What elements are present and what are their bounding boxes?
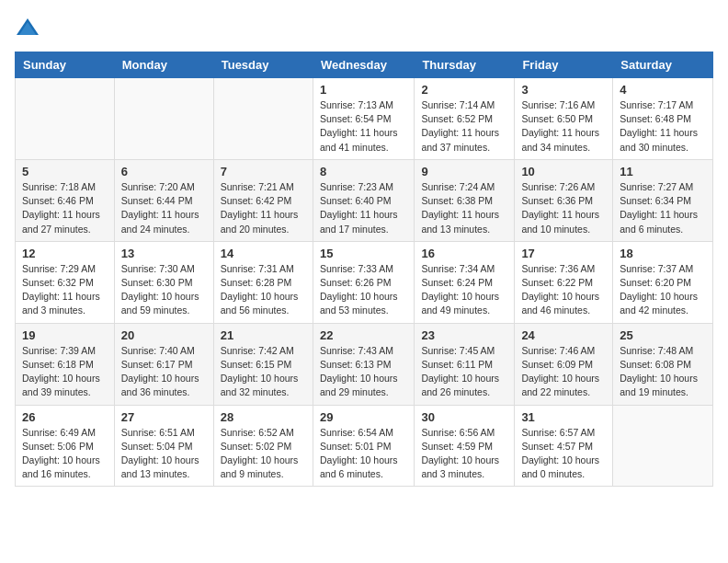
table-row: 13Sunrise: 7:30 AM Sunset: 6:30 PM Dayli… xyxy=(114,241,213,323)
day-info: Sunrise: 7:45 AM Sunset: 6:11 PM Dayligh… xyxy=(421,344,507,400)
day-number: 2 xyxy=(421,83,507,97)
day-info: Sunrise: 7:36 AM Sunset: 6:22 PM Dayligh… xyxy=(521,262,606,318)
logo xyxy=(15,15,44,40)
calendar-week-row: 5Sunrise: 7:18 AM Sunset: 6:46 PM Daylig… xyxy=(16,159,713,241)
table-row: 27Sunrise: 6:51 AM Sunset: 5:04 PM Dayli… xyxy=(114,405,213,487)
day-info: Sunrise: 7:40 AM Sunset: 6:17 PM Dayligh… xyxy=(121,344,207,400)
day-info: Sunrise: 6:54 AM Sunset: 5:01 PM Dayligh… xyxy=(320,426,407,482)
day-info: Sunrise: 7:21 AM Sunset: 6:42 PM Dayligh… xyxy=(221,180,306,236)
table-row: 10Sunrise: 7:26 AM Sunset: 6:36 PM Dayli… xyxy=(515,159,613,241)
table-row xyxy=(613,405,713,487)
table-row: 29Sunrise: 6:54 AM Sunset: 5:01 PM Dayli… xyxy=(313,405,414,487)
day-number: 4 xyxy=(620,83,706,97)
day-number: 21 xyxy=(221,328,306,342)
day-number: 9 xyxy=(421,165,507,178)
table-row: 16Sunrise: 7:34 AM Sunset: 6:24 PM Dayli… xyxy=(415,241,515,323)
day-number: 29 xyxy=(320,410,407,424)
day-number: 15 xyxy=(320,247,407,260)
table-row: 28Sunrise: 6:52 AM Sunset: 5:02 PM Dayli… xyxy=(213,405,313,487)
calendar-week-row: 12Sunrise: 7:29 AM Sunset: 6:32 PM Dayli… xyxy=(16,241,713,323)
calendar-week-row: 1Sunrise: 7:13 AM Sunset: 6:54 PM Daylig… xyxy=(16,78,713,160)
day-info: Sunrise: 6:51 AM Sunset: 5:04 PM Dayligh… xyxy=(121,426,207,482)
day-number: 12 xyxy=(22,247,108,260)
table-row: 5Sunrise: 7:18 AM Sunset: 6:46 PM Daylig… xyxy=(16,159,115,241)
day-info: Sunrise: 7:48 AM Sunset: 6:08 PM Dayligh… xyxy=(620,344,706,400)
day-info: Sunrise: 7:26 AM Sunset: 6:36 PM Dayligh… xyxy=(521,180,606,236)
table-row: 20Sunrise: 7:40 AM Sunset: 6:17 PM Dayli… xyxy=(114,323,213,405)
table-row: 31Sunrise: 6:57 AM Sunset: 4:57 PM Dayli… xyxy=(515,405,613,487)
table-row xyxy=(16,78,115,160)
page-header xyxy=(15,15,713,40)
table-row: 24Sunrise: 7:46 AM Sunset: 6:09 PM Dayli… xyxy=(515,323,613,405)
day-info: Sunrise: 7:27 AM Sunset: 6:34 PM Dayligh… xyxy=(620,180,706,236)
table-row: 3Sunrise: 7:16 AM Sunset: 6:50 PM Daylig… xyxy=(515,78,613,160)
calendar-header-wednesday: Wednesday xyxy=(313,52,414,78)
table-row xyxy=(114,78,213,160)
calendar-header-saturday: Saturday xyxy=(613,52,713,78)
calendar-header-sunday: Sunday xyxy=(16,52,115,78)
day-info: Sunrise: 7:33 AM Sunset: 6:26 PM Dayligh… xyxy=(320,262,407,318)
day-number: 8 xyxy=(320,165,407,178)
day-number: 22 xyxy=(320,328,407,342)
day-info: Sunrise: 7:39 AM Sunset: 6:18 PM Dayligh… xyxy=(22,344,108,400)
day-info: Sunrise: 7:16 AM Sunset: 6:50 PM Dayligh… xyxy=(521,98,606,155)
day-info: Sunrise: 6:52 AM Sunset: 5:02 PM Dayligh… xyxy=(221,426,306,482)
day-info: Sunrise: 7:23 AM Sunset: 6:40 PM Dayligh… xyxy=(320,180,407,236)
day-info: Sunrise: 6:49 AM Sunset: 5:06 PM Dayligh… xyxy=(22,426,108,482)
day-info: Sunrise: 7:43 AM Sunset: 6:13 PM Dayligh… xyxy=(320,344,407,400)
day-number: 13 xyxy=(121,247,207,260)
day-number: 6 xyxy=(121,165,207,178)
table-row: 23Sunrise: 7:45 AM Sunset: 6:11 PM Dayli… xyxy=(415,323,515,405)
table-row: 15Sunrise: 7:33 AM Sunset: 6:26 PM Dayli… xyxy=(313,241,414,323)
logo-icon xyxy=(15,15,40,40)
day-number: 18 xyxy=(620,247,706,260)
day-number: 31 xyxy=(521,410,606,424)
table-row: 8Sunrise: 7:23 AM Sunset: 6:40 PM Daylig… xyxy=(313,159,414,241)
day-number: 7 xyxy=(221,165,306,178)
day-number: 5 xyxy=(22,165,108,178)
table-row: 21Sunrise: 7:42 AM Sunset: 6:15 PM Dayli… xyxy=(213,323,313,405)
day-number: 17 xyxy=(521,247,606,260)
calendar-header-monday: Monday xyxy=(114,52,213,78)
day-number: 28 xyxy=(221,410,306,424)
day-info: Sunrise: 7:31 AM Sunset: 6:28 PM Dayligh… xyxy=(221,262,306,318)
table-row: 25Sunrise: 7:48 AM Sunset: 6:08 PM Dayli… xyxy=(613,323,713,405)
table-row: 30Sunrise: 6:56 AM Sunset: 4:59 PM Dayli… xyxy=(415,405,515,487)
table-row: 22Sunrise: 7:43 AM Sunset: 6:13 PM Dayli… xyxy=(313,323,414,405)
day-number: 30 xyxy=(421,410,507,424)
table-row: 4Sunrise: 7:17 AM Sunset: 6:48 PM Daylig… xyxy=(613,78,713,160)
table-row: 12Sunrise: 7:29 AM Sunset: 6:32 PM Dayli… xyxy=(16,241,115,323)
day-number: 3 xyxy=(521,83,606,97)
day-info: Sunrise: 7:30 AM Sunset: 6:30 PM Dayligh… xyxy=(121,262,207,318)
day-number: 26 xyxy=(22,410,108,424)
calendar-header-row: SundayMondayTuesdayWednesdayThursdayFrid… xyxy=(16,52,713,78)
day-info: Sunrise: 7:37 AM Sunset: 6:20 PM Dayligh… xyxy=(620,262,706,318)
day-info: Sunrise: 6:57 AM Sunset: 4:57 PM Dayligh… xyxy=(521,426,606,482)
table-row: 9Sunrise: 7:24 AM Sunset: 6:38 PM Daylig… xyxy=(415,159,515,241)
table-row: 26Sunrise: 6:49 AM Sunset: 5:06 PM Dayli… xyxy=(16,405,115,487)
day-info: Sunrise: 7:24 AM Sunset: 6:38 PM Dayligh… xyxy=(421,180,507,236)
day-info: Sunrise: 7:42 AM Sunset: 6:15 PM Dayligh… xyxy=(221,344,306,400)
day-number: 10 xyxy=(521,165,606,178)
calendar-week-row: 19Sunrise: 7:39 AM Sunset: 6:18 PM Dayli… xyxy=(16,323,713,405)
calendar-header-tuesday: Tuesday xyxy=(213,52,313,78)
day-info: Sunrise: 6:56 AM Sunset: 4:59 PM Dayligh… xyxy=(421,426,507,482)
day-number: 1 xyxy=(320,83,407,97)
day-number: 23 xyxy=(421,328,507,342)
table-row: 1Sunrise: 7:13 AM Sunset: 6:54 PM Daylig… xyxy=(313,78,414,160)
calendar-week-row: 26Sunrise: 6:49 AM Sunset: 5:06 PM Dayli… xyxy=(16,405,713,487)
table-row: 19Sunrise: 7:39 AM Sunset: 6:18 PM Dayli… xyxy=(16,323,115,405)
day-number: 25 xyxy=(620,328,706,342)
table-row: 6Sunrise: 7:20 AM Sunset: 6:44 PM Daylig… xyxy=(114,159,213,241)
day-number: 27 xyxy=(121,410,207,424)
table-row: 14Sunrise: 7:31 AM Sunset: 6:28 PM Dayli… xyxy=(213,241,313,323)
table-row: 11Sunrise: 7:27 AM Sunset: 6:34 PM Dayli… xyxy=(613,159,713,241)
table-row xyxy=(213,78,313,160)
day-info: Sunrise: 7:17 AM Sunset: 6:48 PM Dayligh… xyxy=(620,98,706,155)
day-info: Sunrise: 7:29 AM Sunset: 6:32 PM Dayligh… xyxy=(22,262,108,318)
day-number: 19 xyxy=(22,328,108,342)
day-info: Sunrise: 7:46 AM Sunset: 6:09 PM Dayligh… xyxy=(521,344,606,400)
day-number: 24 xyxy=(521,328,606,342)
table-row: 17Sunrise: 7:36 AM Sunset: 6:22 PM Dayli… xyxy=(515,241,613,323)
day-number: 16 xyxy=(421,247,507,260)
